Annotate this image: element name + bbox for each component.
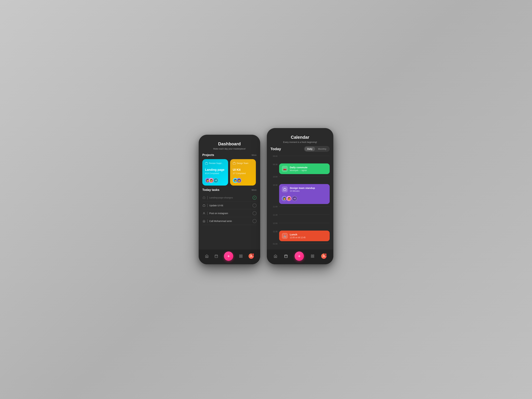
- toggle-monthly[interactable]: Monthly: [315, 147, 329, 151]
- time-line-0900: [279, 156, 330, 156]
- calendar-subtitle: Every moment is a fresh beginning!: [270, 141, 330, 143]
- time-row-1230: 12:30 ✂️ Lunch 12:05 on till 12:45: [271, 230, 330, 242]
- cal-nav-calendar[interactable]: [284, 254, 288, 258]
- svg-rect-12: [241, 256, 242, 257]
- calendar-header: Calendar Every moment is a fresh beginni…: [267, 128, 333, 146]
- event-icon-commute: 🚗: [282, 166, 288, 172]
- nav-profile[interactable]: [248, 254, 254, 259]
- calendar-top-bar: Today Daily Monthly: [267, 146, 333, 155]
- event-icon-lunch: ✂️: [282, 233, 288, 239]
- time-line-area-1000: [279, 175, 330, 176]
- time-label-0930: 09:30: [271, 163, 278, 165]
- tasks-more[interactable]: More: [252, 189, 257, 191]
- task-item-2[interactable]: Post on instagram: [202, 210, 257, 217]
- event-subtitle-standup: 15 Minutes: [290, 190, 327, 192]
- standup-avatar-2: 👩: [286, 196, 291, 201]
- standup-avatar-1: 👩: [282, 196, 287, 201]
- time-label-0100: 01:00: [271, 242, 278, 245]
- cal-nav-grid[interactable]: [311, 254, 314, 258]
- time-label-1130: 11:30: [271, 213, 278, 216]
- svg-rect-0: [205, 163, 208, 164]
- time-row-1130: 11:30: [271, 213, 330, 222]
- task-item-3[interactable]: Call Mohammad amin: [202, 218, 257, 225]
- svg-rect-5: [215, 255, 218, 258]
- purple-top: Design team standup 15 Minutes: [282, 186, 327, 192]
- event-icon-standup: [282, 186, 288, 192]
- dashboard-content: Dashboard Make each day your masterpiece…: [199, 135, 260, 249]
- avatar-2: 👩: [209, 178, 214, 183]
- project-cards-list: Persian Suppl... Landing page 8/14 Compl…: [202, 159, 257, 186]
- projects-header: Projects More: [202, 153, 257, 157]
- event-daily-commute[interactable]: 🚗 Daily commute Moniriyeh → tajrish: [279, 163, 330, 174]
- svg-rect-3: [203, 205, 205, 206]
- svg-rect-2: [203, 197, 205, 199]
- time-line-area-1200: [279, 222, 330, 222]
- card-avatars-landing: 👩 👩 +2: [205, 178, 225, 183]
- tasks-header: Today tasks More: [202, 188, 257, 192]
- purple-avatars: 👩 👩 +2: [282, 196, 297, 201]
- time-label-1000: 10:00: [271, 175, 278, 178]
- event-info-commute: Daily commute Moniriyeh → tajrish: [290, 166, 327, 172]
- nav-grid[interactable]: [239, 254, 243, 258]
- event-design-standup[interactable]: Design team standup 15 Minutes 👩 👩 +2: [279, 184, 330, 204]
- task-icon-1: [202, 204, 206, 207]
- cal-nav-add-button[interactable]: +: [295, 251, 304, 261]
- card-progress-uikit: 2/7 Complated: [233, 172, 253, 175]
- task-label-3: Call Mohammad amin: [209, 220, 251, 222]
- card-title-landing: Landing page: [205, 168, 225, 172]
- task-check-2[interactable]: [253, 211, 257, 215]
- task-check-3[interactable]: [253, 219, 257, 223]
- nav-calendar[interactable]: [215, 254, 218, 258]
- toggle-daily[interactable]: Daily: [304, 147, 315, 151]
- task-label-0: Landing page changes: [209, 196, 251, 199]
- event-title-standup: Design team standup: [290, 187, 327, 189]
- task-divider-2: [207, 212, 208, 215]
- projects-more[interactable]: More: [252, 154, 257, 156]
- nav-home[interactable]: [205, 254, 209, 258]
- calendar-title: Calendar: [270, 135, 330, 140]
- time-line-area-0900: [279, 155, 330, 155]
- add-icon: +: [227, 254, 230, 259]
- card-top-landing: Persian Suppl...: [205, 162, 225, 165]
- svg-rect-23: [313, 256, 314, 257]
- task-check-1[interactable]: [253, 204, 257, 207]
- task-item-0[interactable]: Landing page changes ✓: [202, 194, 257, 201]
- svg-rect-21: [313, 255, 314, 256]
- dashboard-header: Dashboard Make each day your masterpiece…: [199, 135, 260, 153]
- avatar-4: 👩: [236, 178, 241, 183]
- calendar-bottom-nav: +: [267, 249, 333, 264]
- task-divider-3: [207, 219, 208, 223]
- event-lunch[interactable]: ✂️ Lunch 12:05 on till 12:45: [279, 231, 330, 241]
- time-label-1030: 10:30: [271, 183, 278, 186]
- time-line-1100: [279, 206, 330, 206]
- dashboard-phone: Dashboard Make each day your masterpiece…: [199, 135, 260, 264]
- svg-rect-9: [240, 255, 241, 256]
- task-icon-3: [202, 219, 206, 223]
- cal-nav-profile[interactable]: [321, 254, 327, 259]
- time-row-0100: 01:00: [271, 242, 330, 249]
- dashboard-title: Dashboard: [202, 141, 257, 147]
- task-check-0[interactable]: ✓: [253, 196, 257, 200]
- project-card-uikit[interactable]: Design Team UI Kit 2/7 Complated 👩 👩: [230, 159, 256, 186]
- nav-add-button[interactable]: +: [224, 251, 233, 261]
- standup-avatar-count: +2: [292, 196, 297, 201]
- task-item-1[interactable]: Update UI Kit: [202, 202, 257, 209]
- calendar-content: Calendar Every moment is a fresh beginni…: [267, 128, 333, 249]
- tasks-list: Landing page changes ✓ Update UI Kit: [202, 194, 257, 225]
- svg-rect-14: [284, 189, 286, 191]
- cal-nav-home[interactable]: [274, 254, 277, 258]
- time-line-area-0100: [279, 242, 330, 243]
- card-team-uikit: Design Team: [237, 162, 248, 164]
- time-label-0900: 09:00: [271, 155, 278, 157]
- time-line-1200: [279, 223, 330, 223]
- time-line-1130: [279, 215, 330, 215]
- calendar-toggle: Daily Monthly: [304, 146, 330, 152]
- projects-section: Projects More Persian Suppl... La: [199, 153, 260, 188]
- project-card-landing[interactable]: Persian Suppl... Landing page 8/14 Compl…: [202, 159, 228, 186]
- calendar-phone: Calendar Every moment is a fresh beginni…: [267, 128, 333, 264]
- time-row-1200: 12:00: [271, 222, 330, 230]
- svg-point-24: [323, 255, 324, 256]
- time-line-0100: [279, 243, 330, 244]
- tasks-label: Today tasks: [202, 188, 219, 192]
- briefcase-icon-uikit: [233, 162, 236, 165]
